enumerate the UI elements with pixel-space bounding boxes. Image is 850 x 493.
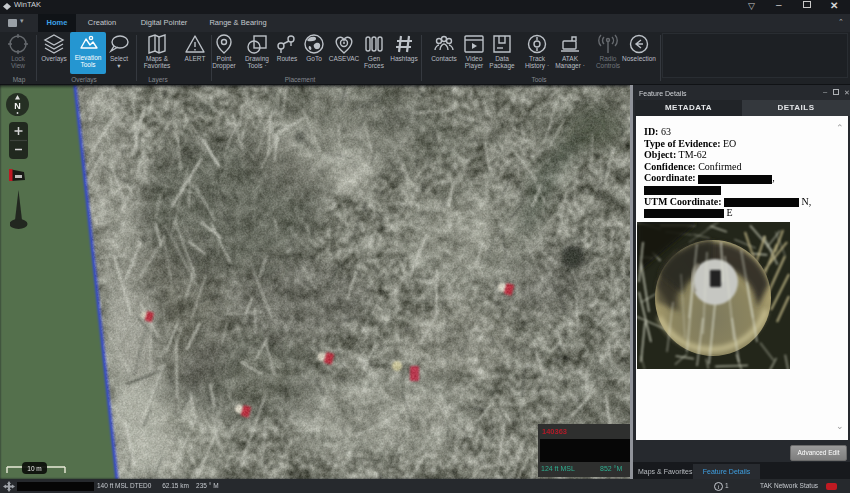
svg-text:10 m: 10 m: [27, 465, 41, 472]
svg-text:i: i: [718, 483, 720, 490]
svg-text:N: N: [14, 101, 21, 111]
